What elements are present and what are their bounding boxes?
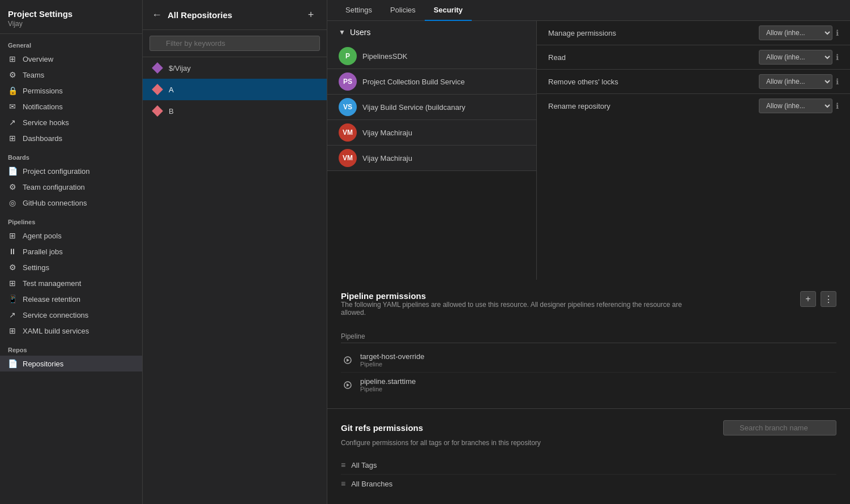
sidebar-item-xaml[interactable]: ⊞ XAML build services [0,323,142,339]
sidebar-item-agent-pools[interactable]: ⊞ Agent pools [0,228,142,244]
perm-label: Manage permissions [548,29,759,37]
github-icon: ◎ [8,198,17,207]
users-section: ▼ Users P PipelinesSDK PS [327,21,536,171]
info-icon[interactable]: ℹ [836,53,839,62]
sidebar-item-notifications[interactable]: ✉ Notifications [0,99,142,114]
git-ref-item-all-branches[interactable]: ≡ All Branches [341,475,836,493]
perm-select-wrapper: Allow (inhe... Deny Allow ℹ [759,25,839,40]
git-ref-name: All Tags [351,461,377,469]
sidebar-item-label: Overview [23,55,53,63]
git-ref-item-all-tags[interactable]: ≡ All Tags [341,456,836,475]
sidebar-item-teams[interactable]: ⚙ Teams [0,67,142,83]
sidebar-item-permissions[interactable]: 🔒 Permissions [0,83,142,99]
gear-icon: ⚙ [8,182,17,191]
perm-item-manage: Manage permissions Allow (inhe... Deny A… [537,21,850,45]
info-icon[interactable]: ℹ [836,101,839,110]
section-general: General [0,34,142,51]
info-icon[interactable]: ℹ [836,28,839,37]
retention-icon: 📱 [8,294,17,304]
repo-list: $/Vijay A B [143,57,327,122]
pipeline-item-type: Pipeline [360,386,416,392]
sidebar-item-service-connections[interactable]: ↗ Service connections [0,307,142,323]
perm-select-read[interactable]: Allow (inhe... Deny Allow [759,50,832,65]
sidebar-item-label: Parallel jobs [23,247,63,256]
users-header[interactable]: ▼ Users [327,21,536,44]
user-info: PS Project Collection Build Service [339,72,531,91]
tab-policies[interactable]: Policies [381,0,425,21]
search-branch-input[interactable] [723,420,836,435]
user-row-vijay-m2[interactable]: VM Vijay Machiraju [327,146,536,170]
user-info: VM Vijay Machiraju [339,123,531,142]
main-content: Settings Policies Security ▼ Users P [327,0,850,504]
sidebar-item-label: Settings [23,263,49,272]
repo-icon-a [152,84,163,95]
add-pipeline-button[interactable]: + [800,291,816,307]
tab-security[interactable]: Security [425,0,472,21]
sidebar-item-label: Repositories [23,360,63,368]
perm-item-remove-locks: Remove others' locks Allow (inhe... Deny… [537,70,850,94]
sidebar-item-overview[interactable]: ⊞ Overview [0,51,142,67]
sidebar-item-parallel-jobs[interactable]: ⏸ Parallel jobs [0,244,142,259]
perm-label: Remove others' locks [548,78,759,86]
pipeline-run-icon [341,353,354,367]
section-repos: Repos [0,339,142,356]
repo-item-a[interactable]: A [143,79,327,100]
sidebar-item-team-config[interactable]: ⚙ Team configuration [0,179,142,195]
tab-settings[interactable]: Settings [336,0,381,21]
user-name: PipelinesSDK [362,52,408,61]
middle-title: All Repositories [168,10,232,20]
sidebar-item-release-retention[interactable]: 📱 Release retention [0,291,142,307]
git-refs-title: Git refs permissions [341,423,423,433]
sidebar-item-dashboards[interactable]: ⊞ Dashboards [0,130,142,146]
branch-icon: ≡ [341,479,345,488]
repo-icon-vijay [152,62,163,74]
user-row-vijay-build[interactable]: VS Vijay Build Service (buildcanary [327,95,536,120]
settings-icon: ⚙ [8,263,17,272]
sidebar-subtitle: Vijay [8,20,134,28]
sidebar: Project Settings Vijay General ⊞ Overvie… [0,0,143,504]
sidebar-item-settings[interactable]: ⚙ Settings [0,259,142,275]
sidebar-item-label: Notifications [23,102,63,111]
parallel-icon: ⏸ [8,247,17,256]
security-panel: ▼ Users P PipelinesSDK PS [327,21,850,280]
git-refs-desc: Configure permissions for all tags or fo… [341,439,836,447]
users-table: P PipelinesSDK PS Project Collection Bui… [327,44,536,170]
repo-label: B [169,107,174,116]
user-row-pcbs[interactable]: PS Project Collection Build Service [327,69,536,95]
sidebar-item-label: Agent pools [23,232,62,240]
sidebar-item-test-management[interactable]: ⊞ Test management [0,275,142,291]
pipeline-item-pst: pipeline.starttime Pipeline [341,373,836,397]
sidebar-item-service-hooks[interactable]: ↗ Service hooks [0,114,142,130]
xaml-icon: ⊞ [8,326,17,335]
repo-item-b[interactable]: B [143,100,327,122]
perm-select-manage[interactable]: Allow (inhe... Deny Allow [759,25,832,40]
back-button[interactable]: ← [152,9,162,21]
avatar: VM [339,149,357,167]
sidebar-item-repositories[interactable]: 📄 Repositories [0,356,142,371]
user-row-vijay-m1[interactable]: VM Vijay Machiraju [327,120,536,146]
user-row-pipelines-sdk[interactable]: P PipelinesSDK [327,44,536,69]
avatar: VM [339,123,357,142]
sidebar-item-project-config[interactable]: 📄 Project configuration [0,163,142,179]
content-area: ▼ Users P PipelinesSDK PS [327,21,850,504]
pipeline-permissions-section: Pipeline permissions The following YAML … [327,280,850,409]
middle-panel: ← All Repositories + ⚲ $/Vijay A B [143,0,327,504]
filter-input[interactable] [150,36,320,51]
pipeline-item-tho: target-host-override Pipeline [341,348,836,373]
grid-icon: ⊞ [8,54,17,63]
notifications-icon: ✉ [8,102,17,111]
filter-bar: ⚲ [143,30,327,57]
info-icon[interactable]: ℹ [836,77,839,86]
add-repo-button[interactable]: + [304,8,318,22]
sidebar-title: Project Settings [8,9,134,19]
sidebar-item-github[interactable]: ◎ GitHub connections [0,195,142,211]
perm-select-rename[interactable]: Allow (inhe... Deny Allow [759,99,832,113]
dashboard-icon: ⊞ [8,134,17,143]
pipeline-desc: The following YAML pipelines are allowed… [341,301,692,317]
middle-header-left: ← All Repositories [152,9,232,21]
repo-item-vijay[interactable]: $/Vijay [143,57,327,79]
perm-select-remove-locks[interactable]: Allow (inhe... Deny Allow [759,74,832,89]
more-options-button[interactable]: ⋮ [821,291,836,307]
perm-section: Manage permissions Allow (inhe... Deny A… [537,21,850,118]
perm-label: Rename repository [548,102,759,110]
